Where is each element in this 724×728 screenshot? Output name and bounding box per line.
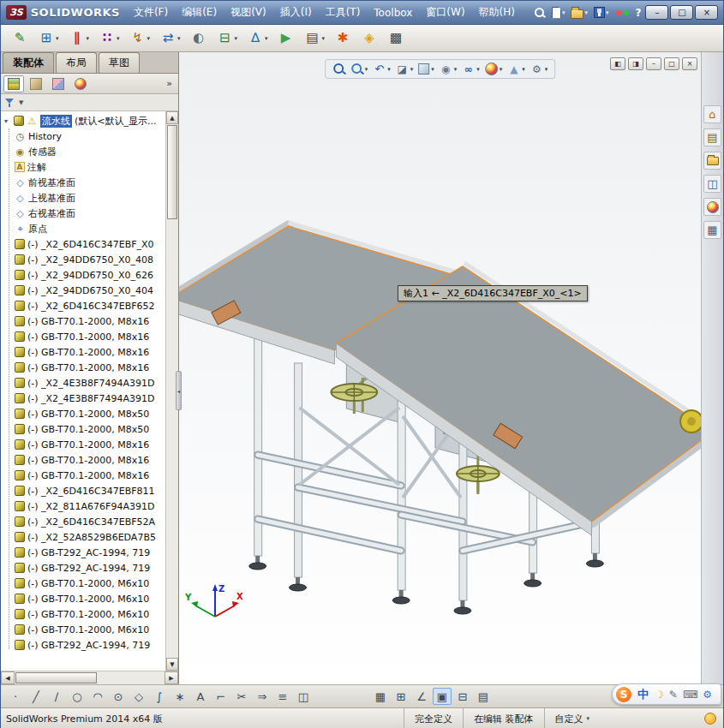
panel-splitter-handle[interactable]: ◂ <box>176 371 182 410</box>
tree-horizontal-scrollbar[interactable]: ◀ ▶ <box>1 671 178 684</box>
quick-tool-button[interactable]: ▾ <box>549 5 568 21</box>
ellipse-tool-icon[interactable]: ⊙ <box>109 688 128 705</box>
quick-tool-button[interactable]: ▾ <box>633 5 644 21</box>
menu-item[interactable]: 编辑(E) <box>175 2 224 23</box>
panel-tabs-overflow[interactable]: » <box>163 78 176 89</box>
mirror-entities-icon[interactable]: ◫ <box>294 688 313 705</box>
tree-item[interactable]: 上视基准面 <box>1 190 165 206</box>
centerline-tool-icon[interactable]: ∕ <box>47 688 66 705</box>
headsup-button[interactable]: ▾ <box>439 62 458 76</box>
toolbar-button[interactable]: ▾ <box>384 27 408 50</box>
menu-item[interactable]: 视图(V) <box>224 2 273 23</box>
menu-item[interactable]: 工具(T) <box>319 2 368 23</box>
task-pane-tab[interactable] <box>703 105 721 123</box>
sogou-logo-icon[interactable]: S <box>616 687 631 702</box>
point-tool-icon[interactable]: · <box>6 688 25 705</box>
normal-view-icon[interactable]: ▣ <box>433 688 452 705</box>
section-icon[interactable]: ⊟ <box>453 688 472 705</box>
tree-item[interactable]: (-) _X2_6D416C347EBF_X0 <box>1 236 165 252</box>
headsup-button[interactable]: ▾ <box>461 62 481 76</box>
arc-tool-icon[interactable]: ◠ <box>88 688 107 705</box>
scroll-thumb[interactable] <box>167 125 177 219</box>
tree-item[interactable]: 右视基准面 <box>1 206 165 221</box>
convert-entities-icon[interactable]: ⇒ <box>253 688 272 705</box>
ime-keyboard-icon[interactable]: ⌨ <box>683 689 697 700</box>
pane-right-icon[interactable]: ◨ <box>628 57 643 70</box>
polygon-tool-icon[interactable]: ◇ <box>129 688 148 705</box>
tree-item[interactable]: (-) GB-T70.1-2000, M8x16 <box>1 452 165 468</box>
doc-minimize-icon[interactable]: – <box>646 57 661 70</box>
conveyor-model[interactable] <box>179 52 701 684</box>
tree-item[interactable]: (-) GB-T70.1-2000, M6x10 <box>1 576 165 591</box>
task-pane-tab[interactable] <box>703 198 721 216</box>
snap-icon[interactable]: ⊞ <box>392 688 410 705</box>
tree-item[interactable]: 前视基准面 <box>1 175 165 190</box>
tree-item[interactable]: (-) _X2_52A8529B6EDA7B5 <box>1 529 165 545</box>
collapse-arrow-icon[interactable]: ▾ <box>4 117 11 125</box>
task-pane-tab[interactable] <box>703 128 721 146</box>
toolbar-button[interactable]: ▾ <box>213 27 242 50</box>
table-icon[interactable]: ▤ <box>474 688 493 705</box>
tree-item[interactable]: (-) _X2_811A676F94A391D <box>1 498 165 514</box>
viewport[interactable]: ▾ ▾ ▾ <box>179 52 701 684</box>
scroll-left-arrow[interactable]: ◀ <box>1 671 15 684</box>
tree-item[interactable]: (-) GB-T70.1-2000, M8x16 <box>1 313 165 329</box>
toolbar-button[interactable]: ▾ <box>187 27 211 50</box>
ime-moon-icon[interactable]: ☽ <box>655 689 664 700</box>
tree-item[interactable]: (-) GB-T70.1-2000, M8x16 <box>1 344 165 360</box>
tree-item[interactable]: 注解 <box>1 159 165 175</box>
tree-item[interactable]: (-) _X2_6D416C347EBF652 <box>1 298 165 313</box>
tree-item[interactable]: (-) GB-T70.1-2000, M6x10 <box>1 606 165 622</box>
sketch-text-tool-icon[interactable]: A <box>191 688 210 705</box>
headsup-button[interactable]: ▾ <box>417 63 435 75</box>
ime-pen-icon[interactable]: ✎ <box>669 689 678 700</box>
tree-item[interactable]: (-) _X2_94DD6750_X0_404 <box>1 283 165 298</box>
tree-item[interactable]: (-) GB-T292_AC-1994, 719 <box>1 545 165 560</box>
quick-tool-button[interactable]: ▾ <box>568 5 590 21</box>
tree-item[interactable]: (-) GB-T70.1-2000, M8x50 <box>1 406 165 421</box>
headsup-button[interactable]: ▾ <box>350 62 369 76</box>
toolbar-button[interactable]: ▾ <box>65 27 93 50</box>
offset-entities-icon[interactable]: ≡ <box>273 688 292 705</box>
tree-item[interactable]: (-) _X2_6D416C347EBF811 <box>1 483 165 498</box>
toolbar-button[interactable]: ▾ <box>274 27 298 50</box>
quick-tool-button[interactable]: ▾ <box>613 5 632 21</box>
pane-left-icon[interactable]: ◧ <box>610 57 625 70</box>
menu-item[interactable]: 帮助(H) <box>472 2 522 23</box>
menu-item[interactable]: 插入(I) <box>273 2 319 23</box>
doc-restore-icon[interactable]: □ <box>664 57 679 70</box>
quick-tool-button[interactable]: ▾ <box>530 4 548 21</box>
headsup-button[interactable]: ▾ <box>372 62 392 76</box>
headsup-button[interactable]: ▾ <box>332 62 346 76</box>
panel-tab[interactable] <box>26 75 46 92</box>
toolbar-button[interactable]: ▾ <box>95 27 123 50</box>
task-pane-tab[interactable] <box>703 221 721 239</box>
toolbar-button[interactable]: ▾ <box>243 27 272 50</box>
ime-toolbox-icon[interactable]: ⚙ <box>703 689 712 700</box>
toolbar-button[interactable]: ▾ <box>8 27 32 50</box>
trim-tool-icon[interactable]: ✂ <box>232 688 251 705</box>
tree-item[interactable]: (-) GB-T70.1-2000, M6x10 <box>1 591 165 606</box>
menu-item[interactable]: 窗口(W) <box>419 2 471 23</box>
tree-item[interactable]: 传感器 <box>1 144 165 159</box>
fillet-tool-icon[interactable]: ⌐ <box>212 688 230 705</box>
tree-item[interactable]: (-) _X2_6D416C347EBF52A <box>1 514 165 529</box>
tree-item[interactable]: (-) GB-T70.1-2000, M6x10 <box>1 622 165 637</box>
tree-item[interactable]: (-) GB-T70.1-2000, M8x16 <box>1 360 165 375</box>
tree-item[interactable]: (-) GB-T70.1-2000, M8x16 <box>1 329 165 344</box>
headsup-button[interactable]: ▾ <box>484 62 504 76</box>
toolbar-button[interactable]: ▾ <box>301 27 329 50</box>
spline-tool-icon[interactable]: ∫ <box>150 688 169 705</box>
tree-item[interactable]: 原点 <box>1 221 165 236</box>
headsup-button[interactable]: ▾ <box>395 62 415 76</box>
command-tab[interactable]: 草图 <box>99 52 140 73</box>
headsup-button[interactable]: ▾ <box>506 62 526 76</box>
scroll-thumb[interactable] <box>15 672 97 683</box>
tree-item[interactable]: (-) _X2_4E3B8F7494A391D <box>1 375 165 391</box>
tree-item[interactable]: (-) GB-T70.1-2000, M8x50 <box>1 421 165 437</box>
command-tab[interactable]: 布局 <box>56 52 97 73</box>
toolbar-button[interactable]: ▾ <box>331 27 355 50</box>
custom-units-dropdown[interactable]: 自定义▾ <box>544 708 601 728</box>
minimize-button[interactable]: – <box>645 5 668 20</box>
menu-item[interactable]: Toolbox <box>367 3 419 22</box>
